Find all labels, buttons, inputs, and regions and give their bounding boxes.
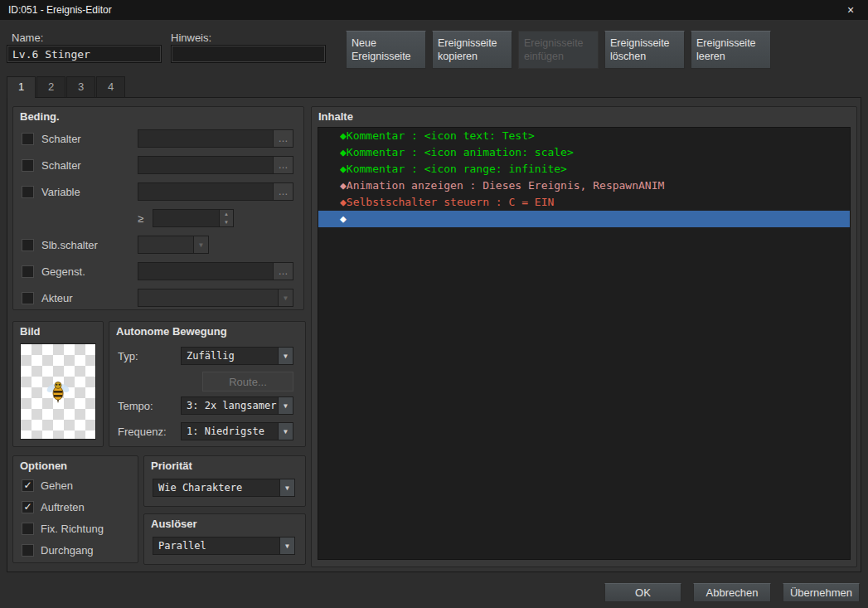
condition-switch1-row: Schalter … (13, 125, 303, 152)
condition-item-row: Gegenst. … (13, 258, 303, 285)
variable-checkbox[interactable] (22, 186, 34, 198)
priority-group: Priorität Wie Charaktere ▼ (143, 455, 306, 507)
event-page-panel: Beding. Schalter … Schalter … Variab (7, 97, 861, 572)
paste-event-page-button[interactable]: Ereignisseite einfügen (518, 31, 599, 69)
new-event-page-button[interactable]: Neue Ereignisseite (346, 31, 426, 69)
actor-dropdown[interactable]: ▼ (138, 289, 293, 307)
priority-value: Wie Charaktere (153, 482, 279, 494)
switch2-browse-button[interactable]: … (273, 157, 293, 173)
route-button[interactable]: Route... (202, 372, 293, 392)
condition-variable-row: Variable … (13, 178, 303, 205)
option-walking-row: Gehen (13, 474, 138, 496)
event-editor-window: ID:051 - Ereignis-Editor × Name: Hinweis… (0, 0, 868, 608)
chevron-down-icon: ▼ (279, 479, 294, 496)
tab-page-4[interactable]: 4 (96, 76, 125, 97)
self-switch-checkbox[interactable] (22, 239, 34, 251)
event-command-line-selected[interactable]: ◆ (318, 211, 850, 227)
movement-speed-label: Tempo: (118, 400, 153, 412)
clear-event-page-button[interactable]: Ereignisseite leeren (691, 31, 771, 69)
event-command-line[interactable]: ◆Selbstschalter steuern : C = EIN (318, 194, 850, 211)
variable-label: Variable (41, 186, 80, 198)
movement-speed-value: 3: 2x langsamer (182, 400, 278, 411)
note-input[interactable] (171, 45, 326, 63)
chevron-down-icon: ▼ (278, 397, 293, 414)
variable-browse-button[interactable]: … (273, 183, 293, 200)
item-checkbox[interactable] (22, 265, 34, 278)
trigger-title: Auslöser (144, 514, 305, 533)
event-command-line[interactable]: ◆Kommentar : <icon text: Test> (318, 128, 850, 144)
name-input[interactable] (7, 45, 162, 63)
event-command-line[interactable]: ◆Kommentar : <icon animation: scale> (318, 144, 850, 161)
movement-frequency-row: Frequenz: 1: Niedrigste ▼ (109, 422, 305, 440)
option-direction-fix-row: Fix. Richtung (13, 518, 138, 539)
spinner-arrows[interactable]: ▲ ▼ (219, 210, 233, 226)
options-group: Optionen Gehen Auftreten Fix. Richtung D… (12, 455, 138, 563)
movement-type-dropdown[interactable]: Zufällig ▼ (181, 347, 293, 365)
direction-fix-checkbox[interactable] (22, 523, 34, 535)
condition-actor-row: Akteur ▼ (13, 285, 303, 311)
variable-field: … (138, 182, 293, 201)
apply-button[interactable]: Übernehmen (783, 583, 860, 602)
page-button-bar: Neue Ereignisseite Ereignisseite kopiere… (346, 31, 771, 69)
event-command-list[interactable]: ◆Kommentar : <icon text: Test>◆Kommentar… (318, 127, 851, 560)
condition-variable-amount-row: ≥ ▲ ▼ (13, 205, 303, 231)
self-switch-dropdown[interactable]: ▼ (138, 236, 209, 254)
tab-page-1[interactable]: 1 (7, 76, 36, 98)
actor-label: Akteur (41, 292, 73, 304)
contents-title: Inhalte (312, 107, 856, 125)
walking-checkbox[interactable] (22, 479, 34, 492)
delete-event-page-button[interactable]: Ereignisseite löschen (604, 31, 685, 69)
switch1-field: … (138, 129, 293, 148)
ok-button[interactable]: OK (604, 583, 681, 602)
item-value (138, 263, 273, 280)
tab-page-3[interactable]: 3 (66, 76, 95, 97)
movement-group: Autonome Bewegung Typ: Zufällig ▼ Route.… (109, 321, 306, 447)
movement-speed-row: Tempo: 3: 2x langsamer ▼ (109, 396, 305, 415)
actor-checkbox[interactable] (22, 292, 34, 304)
stepping-checkbox[interactable] (22, 501, 34, 513)
variable-operator-label: ≥ (138, 212, 153, 225)
item-label: Gegenst. (41, 265, 85, 278)
conditions-group: Beding. Schalter … Schalter … Variab (12, 106, 304, 310)
movement-type-row: Typ: Zufällig ▼ (109, 347, 305, 365)
spinner-down-icon[interactable]: ▼ (220, 218, 233, 226)
option-through-row: Durchgang (13, 539, 138, 561)
image-title: Bild (13, 322, 103, 340)
switch1-browse-button[interactable]: … (273, 130, 293, 147)
priority-dropdown[interactable]: Wie Charaktere ▼ (153, 479, 295, 497)
self-switch-label: Slb.schalter (41, 239, 98, 251)
movement-frequency-label: Frequenz: (118, 426, 167, 438)
switch1-checkbox[interactable] (22, 133, 34, 145)
options-title: Optionen (13, 456, 138, 474)
movement-frequency-dropdown[interactable]: 1: Niedrigste ▼ (181, 422, 293, 440)
close-button[interactable]: × (841, 3, 860, 17)
trigger-dropdown[interactable]: Parallel ▼ (153, 537, 295, 555)
through-checkbox[interactable] (22, 544, 34, 557)
movement-title: Autonome Bewegung (109, 322, 305, 340)
chevron-down-icon: ▼ (278, 423, 293, 440)
window-title: ID:051 - Ereignis-Editor (8, 4, 841, 16)
chevron-down-icon: ▼ (193, 236, 208, 253)
cancel-button[interactable]: Abbrechen (693, 583, 771, 602)
tab-page-2[interactable]: 2 (36, 76, 65, 97)
name-label: Name: (12, 32, 43, 44)
copy-event-page-button[interactable]: Ereignisseite kopieren (432, 31, 512, 69)
trigger-value: Parallel (153, 540, 279, 552)
event-command-line[interactable]: ◆Kommentar : <icon range: infinite> (318, 161, 850, 178)
walking-label: Gehen (41, 479, 73, 492)
switch2-checkbox[interactable] (22, 159, 34, 172)
switch2-value (138, 157, 273, 173)
event-command-line[interactable]: ◆Animation anzeigen : Dieses Ereignis, R… (318, 178, 850, 194)
image-group: Bild (12, 321, 104, 447)
item-browse-button[interactable]: … (273, 263, 293, 280)
titlebar: ID:051 - Ereignis-Editor × (0, 0, 868, 20)
movement-type-label: Typ: (118, 350, 138, 362)
movement-frequency-value: 1: Niedrigste (182, 426, 278, 437)
variable-value (138, 183, 273, 200)
sprite-preview[interactable] (20, 343, 96, 440)
variable-amount-spinner[interactable]: ▲ ▼ (153, 209, 234, 227)
item-field: … (138, 262, 293, 280)
switch2-field: … (138, 156, 293, 174)
movement-speed-dropdown[interactable]: 3: 2x langsamer ▼ (181, 396, 293, 415)
spinner-up-icon[interactable]: ▲ (220, 210, 233, 218)
